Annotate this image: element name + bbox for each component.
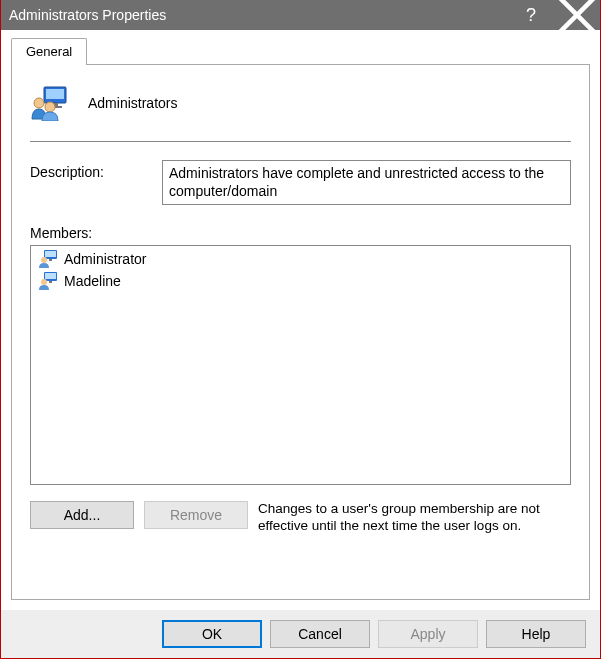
add-button[interactable]: Add... [30, 501, 134, 529]
group-name: Administrators [88, 95, 177, 111]
description-label: Description: [30, 160, 150, 180]
svg-rect-8 [49, 259, 52, 261]
group-icon [30, 85, 70, 121]
list-item[interactable]: Madeline [35, 270, 566, 292]
members-buttons-row: Add... Remove Changes to a user's group … [30, 501, 571, 535]
svg-point-4 [34, 98, 44, 108]
window-title: Administrators Properties [9, 7, 508, 23]
close-icon[interactable] [554, 0, 600, 30]
description-row: Description: Administrators have complet… [30, 160, 571, 205]
tab-strip: General [11, 36, 590, 64]
divider [30, 141, 571, 142]
member-name: Madeline [64, 273, 121, 289]
titlebar: Administrators Properties ? [1, 0, 600, 30]
properties-window: Administrators Properties ? General [0, 0, 601, 659]
svg-point-9 [41, 257, 47, 263]
user-icon [38, 250, 58, 268]
svg-point-5 [45, 102, 55, 112]
user-icon [38, 272, 58, 290]
members-list[interactable]: Administrator Madeline [30, 245, 571, 485]
svg-rect-11 [45, 273, 56, 279]
remove-button: Remove [144, 501, 248, 529]
help-button[interactable]: Help [486, 620, 586, 648]
dialog-footer: OK Cancel Apply Help [1, 610, 600, 658]
svg-rect-1 [46, 89, 64, 99]
svg-point-13 [41, 279, 47, 285]
group-header: Administrators [30, 85, 571, 121]
svg-rect-12 [49, 281, 52, 283]
list-item[interactable]: Administrator [35, 248, 566, 270]
tab-page-general: Administrators Description: Administrato… [11, 64, 590, 600]
apply-button: Apply [378, 620, 478, 648]
tab-general[interactable]: General [11, 38, 87, 65]
member-name: Administrator [64, 251, 146, 267]
cancel-button[interactable]: Cancel [270, 620, 370, 648]
client-area: General Administrators [1, 30, 600, 610]
svg-rect-7 [45, 251, 56, 257]
members-label: Members: [30, 225, 571, 241]
membership-note: Changes to a user's group membership are… [258, 501, 571, 535]
ok-button[interactable]: OK [162, 620, 262, 648]
description-field[interactable]: Administrators have complete and unrestr… [162, 160, 571, 205]
help-icon[interactable]: ? [508, 0, 554, 30]
